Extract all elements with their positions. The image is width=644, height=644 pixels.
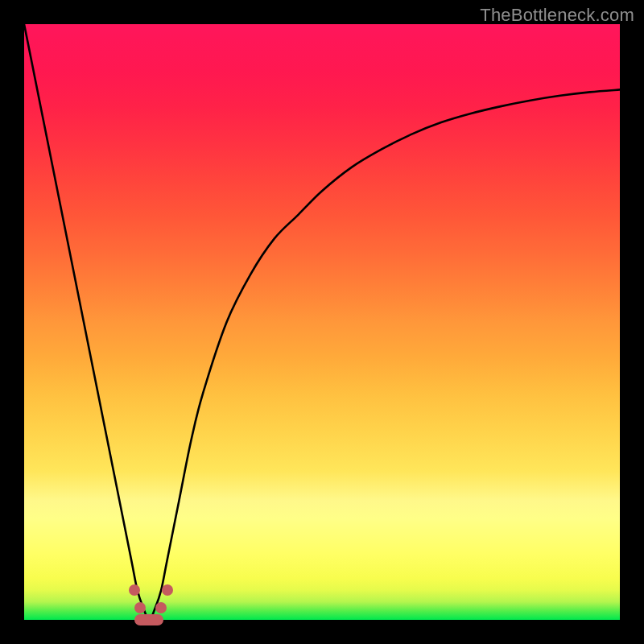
optimum-marker-dot	[129, 584, 140, 596]
optimum-marker	[134, 614, 163, 625]
plot-area	[24, 24, 620, 620]
watermark-text: TheBottleneck.com	[480, 5, 634, 26]
optimum-marker-dot	[162, 584, 173, 596]
bottleneck-curve	[24, 24, 620, 620]
chart-container: TheBottleneck.com	[0, 0, 644, 644]
